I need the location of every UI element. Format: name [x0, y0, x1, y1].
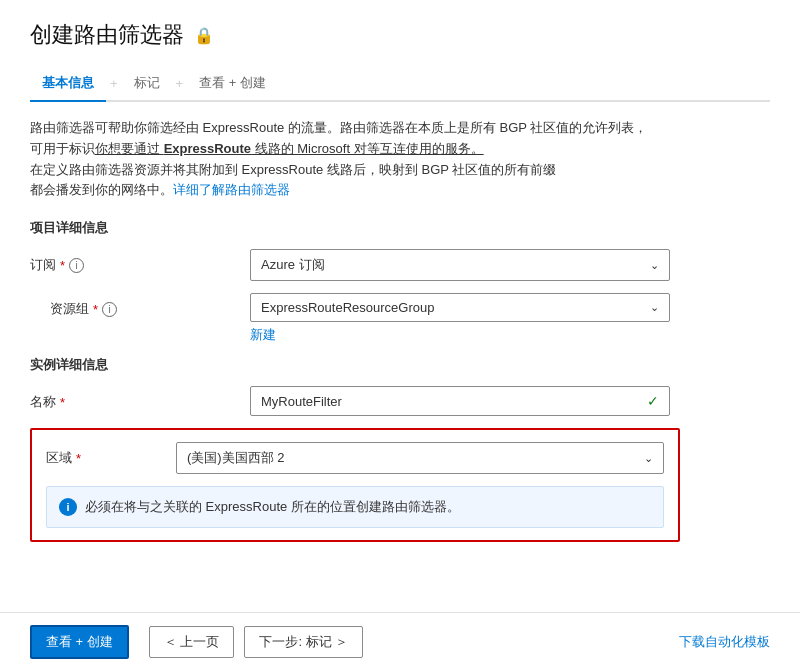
name-label: 名称 — [30, 393, 56, 411]
prev-button[interactable]: ＜ 上一页 — [149, 626, 235, 658]
tab-tags[interactable]: 标记 — [122, 66, 172, 102]
next-button[interactable]: 下一步: 标记 ＞ — [244, 626, 363, 658]
resource-group-info-icon[interactable]: i — [102, 302, 117, 317]
description-text: 路由筛选器可帮助你筛选经由 ExpressRoute 的流量。路由筛选器在本质上… — [30, 118, 730, 201]
region-value: (美国)美国西部 2 — [187, 449, 285, 467]
desc-line4: 都会播发到你的网络中。 — [30, 182, 173, 197]
page-header: 创建路由筛选器 🔒 — [30, 20, 770, 50]
subscription-label: 订阅 — [30, 256, 56, 274]
region-info-box: i 必须在将与之关联的 ExpressRoute 所在的位置创建路由筛选器。 — [46, 486, 664, 528]
subscription-required: * — [60, 258, 65, 273]
page-container: 创建路由筛选器 🔒 基本信息 + 标记 + 查看 + 创建 路由筛选器可帮助你筛… — [0, 0, 800, 671]
desc-line2: 可用于标识你想要通过 ExpressRoute 线路的 Microsoft 对等… — [30, 141, 484, 156]
desc-line1: 路由筛选器可帮助你筛选经由 ExpressRoute 的流量。路由筛选器在本质上… — [30, 120, 647, 135]
resource-group-row: 资源组 * i ExpressRouteResourceGroup ⌄ 新建 — [30, 293, 770, 344]
info-circle-icon: i — [59, 498, 77, 516]
desc-line3: 在定义路由筛选器资源并将其附加到 ExpressRoute 线路后，映射到 BG… — [30, 162, 556, 177]
footer-nav: ＜ 上一页 下一步: 标记 ＞ — [149, 626, 363, 658]
resource-group-dropdown-arrow: ⌄ — [650, 301, 659, 314]
subscription-dropdown-arrow: ⌄ — [650, 259, 659, 272]
project-details-header: 项目详细信息 — [30, 219, 770, 237]
resource-group-required: * — [93, 302, 98, 317]
region-dropdown-arrow: ⌄ — [644, 452, 653, 465]
region-form-row: 区域 * (美国)美国西部 2 ⌄ — [46, 442, 664, 474]
region-label-col: 区域 * — [46, 449, 176, 467]
region-label: 区域 — [46, 449, 72, 467]
name-required: * — [60, 395, 65, 410]
tab-basic-info[interactable]: 基本信息 — [30, 66, 106, 102]
learn-more-link[interactable]: 详细了解路由筛选器 — [173, 182, 290, 197]
new-resource-group-link[interactable]: 新建 — [250, 326, 276, 344]
subscription-control: Azure 订阅 ⌄ — [250, 249, 770, 281]
tab-separator-1: + — [106, 68, 122, 99]
name-row: 名称 * MyRouteFilter ✓ — [30, 386, 770, 416]
name-value: MyRouteFilter — [261, 394, 342, 409]
tabs-bar: 基本信息 + 标记 + 查看 + 创建 — [30, 66, 770, 102]
subscription-info-icon[interactable]: i — [69, 258, 84, 273]
name-check-icon: ✓ — [647, 393, 659, 409]
name-label-col: 名称 * — [30, 386, 250, 411]
resource-group-label: 资源组 — [50, 300, 89, 318]
footer: 查看 + 创建 ＜ 上一页 下一步: 标记 ＞ 下载自动化模板 — [0, 612, 800, 671]
tab-separator-2: + — [172, 68, 188, 99]
region-control: (美国)美国西部 2 ⌄ — [176, 442, 664, 474]
region-required: * — [76, 451, 81, 466]
region-info-text: 必须在将与之关联的 ExpressRoute 所在的位置创建路由筛选器。 — [85, 497, 460, 517]
region-section: 区域 * (美国)美国西部 2 ⌄ i 必须在将与之关联的 ExpressRou… — [30, 428, 680, 542]
tab-review-create[interactable]: 查看 + 创建 — [187, 66, 278, 102]
subscription-value: Azure 订阅 — [261, 256, 325, 274]
subscription-dropdown[interactable]: Azure 订阅 ⌄ — [250, 249, 670, 281]
resource-group-value: ExpressRouteResourceGroup — [261, 300, 434, 315]
resource-group-label-col: 资源组 * i — [30, 293, 250, 318]
resource-group-control: ExpressRouteResourceGroup ⌄ 新建 — [250, 293, 770, 344]
resource-group-dropdown[interactable]: ExpressRouteResourceGroup ⌄ — [250, 293, 670, 322]
name-control: MyRouteFilter ✓ — [250, 386, 770, 416]
region-dropdown[interactable]: (美国)美国西部 2 ⌄ — [176, 442, 664, 474]
page-title: 创建路由筛选器 — [30, 20, 184, 50]
review-create-button[interactable]: 查看 + 创建 — [30, 625, 129, 659]
instance-details-header: 实例详细信息 — [30, 356, 770, 374]
download-template-link[interactable]: 下载自动化模板 — [679, 633, 770, 651]
main-content: 创建路由筛选器 🔒 基本信息 + 标记 + 查看 + 创建 路由筛选器可帮助你筛… — [0, 0, 800, 612]
subscription-label-col: 订阅 * i — [30, 249, 250, 274]
subscription-row: 订阅 * i Azure 订阅 ⌄ — [30, 249, 770, 281]
lock-icon: 🔒 — [194, 26, 214, 45]
name-input[interactable]: MyRouteFilter ✓ — [250, 386, 670, 416]
